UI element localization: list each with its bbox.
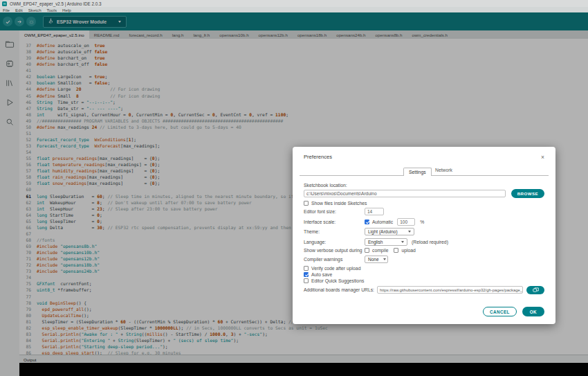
ok-button[interactable]: OK bbox=[522, 307, 544, 316]
window-title: OWM_EPD47_epaper_v2.5 | Arduino IDE 2.0.… bbox=[10, 1, 102, 6]
quick-suggestions-label: Editor Quick Suggestions bbox=[311, 278, 364, 283]
boards-urls-label: Additional boards manager URLs: bbox=[304, 287, 374, 292]
compiler-warnings-select[interactable]: None bbox=[365, 256, 388, 263]
menu-item-help[interactable]: Help bbox=[59, 7, 74, 12]
dialog-tab-strip: Settings Network bbox=[300, 166, 549, 176]
auto-save-checkbox[interactable] bbox=[304, 272, 309, 277]
language-select[interactable]: English bbox=[365, 238, 407, 246]
sketchbook-location-input[interactable]: c:\Users\mixos\Documents\Arduino bbox=[304, 190, 506, 197]
close-icon[interactable]: × bbox=[541, 154, 544, 160]
browse-button[interactable]: BROWSE bbox=[511, 189, 544, 198]
verbose-compile-label: compile bbox=[372, 248, 388, 253]
menu-bar: FileEditSketchToolsHelp bbox=[0, 7, 588, 12]
interface-scale-auto-checkbox[interactable] bbox=[365, 220, 369, 224]
language-reload-note: (Reload required) bbox=[412, 240, 448, 244]
theme-value: Light (Arduino) bbox=[368, 229, 398, 234]
font-size-label: Editor font size: bbox=[304, 209, 365, 214]
compiler-warnings-label: Compiler warnings bbox=[304, 257, 365, 262]
interface-scale-auto-label: Automatic bbox=[372, 220, 393, 224]
boards-urls-edit-button[interactable] bbox=[526, 286, 544, 294]
font-size-input[interactable]: 14 bbox=[365, 208, 384, 215]
verbose-compile-checkbox[interactable] bbox=[365, 248, 369, 253]
menu-item-tools[interactable]: Tools bbox=[44, 7, 59, 12]
title-bar: ∞ OWM_EPD47_epaper_v2.5 | Arduino IDE 2.… bbox=[0, 0, 588, 7]
arduino-app-icon: ∞ bbox=[2, 1, 7, 6]
verbose-upload-label: upload bbox=[401, 248, 415, 253]
open-windows-icon bbox=[533, 287, 539, 292]
compiler-warnings-value: None bbox=[368, 257, 379, 262]
sketchbook-location-label: Sketchbook location: bbox=[304, 183, 544, 188]
tab-settings[interactable]: Settings bbox=[403, 168, 432, 177]
verbose-upload-checkbox[interactable] bbox=[394, 248, 398, 253]
menu-item-file[interactable]: File bbox=[0, 7, 12, 12]
quick-suggestions-checkbox[interactable] bbox=[304, 278, 309, 283]
verify-after-upload-label: Verify code after upload bbox=[311, 266, 360, 271]
cancel-button[interactable]: CANCEL bbox=[483, 307, 517, 316]
language-label: Language: bbox=[304, 240, 365, 244]
interface-scale-input[interactable]: 100 bbox=[397, 218, 415, 226]
theme-select[interactable]: Light (Arduino) bbox=[365, 228, 414, 235]
chevron-down-icon bbox=[408, 231, 411, 233]
verbose-output-label: Show verbose output during bbox=[304, 248, 365, 253]
language-value: English bbox=[368, 240, 383, 244]
menu-item-edit[interactable]: Edit bbox=[12, 7, 26, 12]
chevron-down-icon bbox=[401, 241, 404, 243]
interface-scale-unit: % bbox=[420, 220, 424, 224]
show-files-label: Show files inside Sketches bbox=[311, 201, 367, 206]
auto-save-label: Auto save bbox=[311, 272, 332, 277]
tab-network[interactable]: Network bbox=[430, 166, 457, 174]
theme-label: Theme: bbox=[304, 229, 365, 234]
verify-after-upload-checkbox[interactable] bbox=[304, 266, 309, 271]
interface-scale-label: Interface scale: bbox=[304, 220, 365, 224]
boards-urls-input[interactable]: https://raw.githubusercontent.com/espres… bbox=[377, 286, 523, 294]
chevron-down-icon bbox=[383, 258, 386, 260]
menu-item-sketch[interactable]: Sketch bbox=[26, 7, 44, 12]
preferences-dialog: Preferences × Settings Network Sketchboo… bbox=[293, 147, 555, 324]
dialog-title: Preferences bbox=[304, 154, 332, 160]
show-files-checkbox[interactable] bbox=[304, 201, 309, 206]
